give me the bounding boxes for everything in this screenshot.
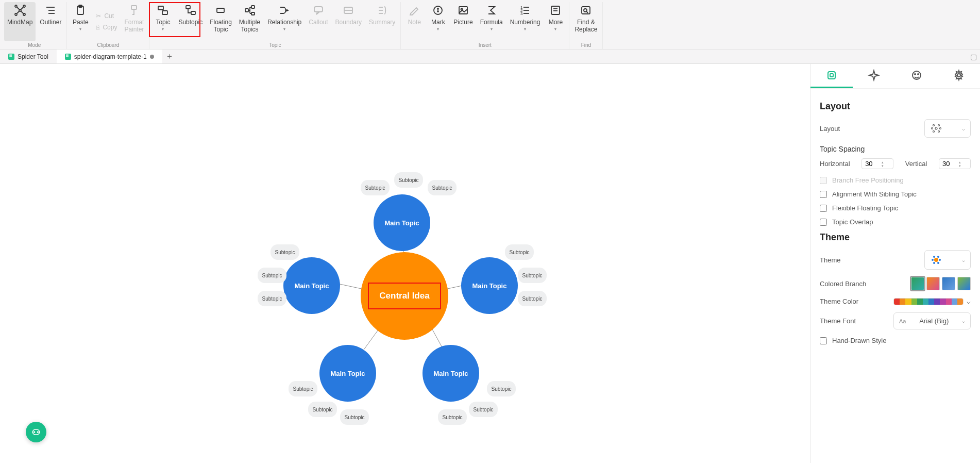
spinner-icon[interactable]: ▴▾ <box>882 160 884 168</box>
chevron-down-icon: ▾ <box>491 28 493 31</box>
floating-topic-icon <box>214 4 227 16</box>
subtopic-label: Subtopic <box>178 19 202 26</box>
summary-button[interactable]: Summary <box>366 2 398 41</box>
group-label-insert: Insert <box>479 41 492 49</box>
outliner-icon <box>44 4 57 16</box>
branch-free-checkbox[interactable]: Branch Free Positioning <box>820 176 971 184</box>
subtopic-node[interactable]: Subtopic <box>487 381 516 396</box>
gear-icon <box>953 69 965 81</box>
topic-button[interactable]: Topic ▾ <box>151 2 174 41</box>
subtopic-node[interactable]: Subtopic <box>394 172 423 188</box>
chevron-down-icon[interactable]: ⌵ <box>967 297 971 305</box>
svg-line-5 <box>17 7 19 9</box>
svg-point-70 <box>939 259 941 261</box>
more-button[interactable]: More ▾ <box>544 2 567 41</box>
main-topic-node[interactable]: Main Topic <box>319 345 376 402</box>
topic-overlap-checkbox[interactable]: Topic Overlap <box>820 218 971 226</box>
outliner-button[interactable]: Outliner <box>37 2 64 41</box>
relationship-button[interactable]: Relationship ▾ <box>264 2 305 41</box>
copy-button[interactable]: ⎘Copy <box>93 22 120 32</box>
ribbon-group-mode: MindMap Outliner Mode <box>2 2 67 49</box>
branch-swatch-1[interactable] <box>911 277 924 290</box>
branch-swatch-3[interactable] <box>942 277 955 290</box>
more-icon <box>549 4 562 16</box>
svg-point-68 <box>934 258 938 262</box>
panel-tab-icon[interactable] <box>895 64 938 88</box>
floating-topic-button[interactable]: Floating Topic <box>207 2 235 41</box>
tab-spider-tool[interactable]: Spider Tool <box>0 49 57 63</box>
subtopic-node[interactable]: Subtopic <box>469 402 498 417</box>
horizontal-label: Horizontal <box>820 160 850 168</box>
subtopic-node[interactable]: Subtopic <box>505 244 534 260</box>
subtopic-node[interactable]: Subtopic <box>518 291 547 306</box>
main-topic-node[interactable]: Main Topic <box>461 257 518 314</box>
format-panel: Layout Layout ⌵ Topic Spacing Horizontal… <box>810 64 980 463</box>
copy-icon: ⎘ <box>96 24 99 31</box>
theme-preview-icon <box>930 255 942 265</box>
chat-assistant-button[interactable] <box>26 422 46 442</box>
vertical-spacing-input[interactable]: ▴▾ <box>939 158 971 169</box>
branch-swatch-4[interactable] <box>957 277 971 290</box>
panel-tab-settings[interactable] <box>938 64 980 88</box>
multiple-topics-label: Multiple Topics <box>239 19 260 33</box>
panel-tab-style[interactable] <box>853 64 895 88</box>
subtopic-node[interactable]: Subtopic <box>428 180 457 195</box>
ribbon-group-insert: Note Mark ▾ Picture Formula ▾ 123 Number… <box>401 2 569 49</box>
collapse-panel-button[interactable]: ▢ <box>967 53 980 61</box>
svg-point-3 <box>15 13 17 15</box>
mindmap-button[interactable]: MindMap <box>4 2 36 41</box>
subtopic-node[interactable]: Subtopic <box>518 268 547 283</box>
multiple-topics-button[interactable]: Multiple Topics <box>236 2 263 41</box>
group-label-topic: Topic <box>269 41 281 49</box>
note-button[interactable]: Note <box>403 2 426 41</box>
radial-layout-icon <box>930 124 942 133</box>
subtopic-node[interactable]: Subtopic <box>258 268 286 283</box>
svg-line-6 <box>21 7 23 9</box>
svg-point-60 <box>957 74 960 77</box>
subtopic-node[interactable]: Subtopic <box>361 180 390 195</box>
subtopic-node[interactable]: Subtopic <box>438 409 467 425</box>
subtopic-button[interactable]: Subtopic <box>175 2 206 41</box>
central-node-label: Central Idea <box>368 283 441 309</box>
find-replace-button[interactable]: Find & Replace <box>571 2 600 41</box>
subtopic-node[interactable]: Subtopic <box>308 402 337 417</box>
spinner-icon[interactable]: ▴▾ <box>959 160 961 168</box>
horizontal-spacing-input[interactable]: ▴▾ <box>861 158 893 169</box>
subtopic-node[interactable]: Subtopic <box>340 409 369 425</box>
multiple-topics-icon <box>244 4 256 16</box>
theme-select[interactable]: ⌵ <box>924 250 971 270</box>
align-sibling-checkbox[interactable]: Alignment With Sibling Topic <box>820 190 971 198</box>
add-tab-button[interactable]: ＋ <box>162 51 177 62</box>
summary-label: Summary <box>369 19 395 26</box>
callout-button[interactable]: Callout <box>306 2 331 41</box>
svg-point-59 <box>918 74 919 75</box>
subtopic-node[interactable]: Subtopic <box>271 244 299 260</box>
hand-drawn-checkbox[interactable]: Hand-Drawn Style <box>820 337 971 344</box>
svg-point-71 <box>933 256 935 258</box>
paste-button[interactable]: Paste ▾ <box>69 2 92 41</box>
subtopic-node[interactable]: Subtopic <box>258 291 286 306</box>
cut-button[interactable]: ✂Cut <box>93 11 120 21</box>
boundary-button[interactable]: Boundary <box>332 2 365 41</box>
mindmap-canvas[interactable]: Central Idea Main Topic Main Topic Main … <box>0 64 810 463</box>
central-node[interactable]: Central Idea <box>361 252 448 340</box>
subtopic-node[interactable]: Subtopic <box>289 381 317 396</box>
svg-line-46 <box>586 11 588 13</box>
numbering-button[interactable]: 123 Numbering ▾ <box>507 2 544 41</box>
picture-button[interactable]: Picture <box>450 2 476 41</box>
flexible-floating-checkbox[interactable]: Flexible Floating Topic <box>820 204 971 212</box>
svg-rect-24 <box>314 7 323 12</box>
main-topic-node[interactable]: Main Topic <box>283 257 340 314</box>
layout-select[interactable]: ⌵ <box>924 119 971 138</box>
tab-spider-diagram-template-1[interactable]: spider-diagram-template-1 <box>57 49 162 63</box>
mark-button[interactable]: Mark ▾ <box>427 2 449 41</box>
theme-color-bar[interactable] <box>893 298 964 305</box>
panel-tab-layout[interactable] <box>810 64 853 88</box>
theme-font-select[interactable]: Aa Arial (Big) ⌵ <box>893 312 971 329</box>
main-topic-node[interactable]: Main Topic <box>423 345 479 402</box>
formula-button[interactable]: Formula ▾ <box>477 2 506 41</box>
main-topic-node[interactable]: Main Topic <box>374 194 430 251</box>
branch-swatch-2[interactable] <box>926 277 940 290</box>
format-painter-button[interactable]: Format Painter <box>121 2 147 41</box>
mindmap-label: MindMap <box>7 19 32 26</box>
